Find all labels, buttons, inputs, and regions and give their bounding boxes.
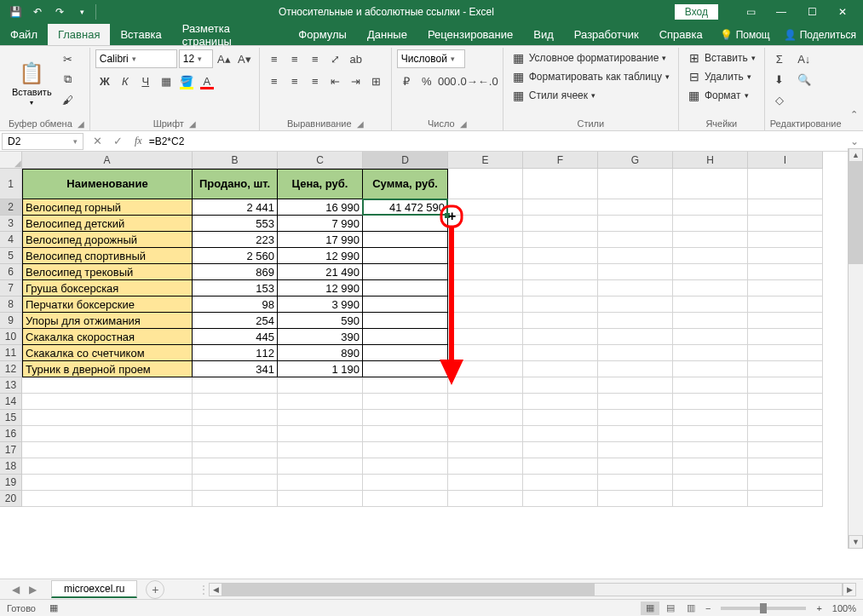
row-header-9[interactable]: 9 (0, 313, 22, 329)
cell[interactable] (523, 169, 598, 199)
cell[interactable] (22, 491, 193, 507)
cell[interactable] (363, 410, 448, 426)
col-header-G[interactable]: G (598, 152, 673, 169)
cell[interactable]: Упоры для отжимания (22, 313, 193, 329)
cell[interactable] (448, 248, 523, 264)
cell[interactable]: Цена, руб. (278, 169, 363, 199)
cell[interactable]: 2 560 (193, 248, 278, 264)
border-icon[interactable]: ▦ (157, 72, 175, 90)
cell[interactable] (598, 280, 673, 296)
cell[interactable] (22, 458, 193, 475)
grid-body[interactable]: НаименованиеПродано, шт.Цена, руб.Сумма,… (22, 169, 823, 507)
cell[interactable] (673, 264, 748, 280)
number-launcher-icon[interactable]: ◢ (460, 119, 467, 129)
col-header-D[interactable]: D (363, 152, 448, 169)
cell[interactable] (523, 296, 598, 313)
cell[interactable] (748, 491, 823, 507)
align-left-icon[interactable]: ≡ (265, 72, 284, 90)
cell[interactable]: Перчатки боксерские (22, 296, 193, 313)
cell[interactable] (598, 329, 673, 345)
cell[interactable] (193, 491, 278, 507)
cell[interactable] (363, 426, 448, 442)
cell[interactable] (673, 361, 748, 377)
cell[interactable] (22, 410, 193, 426)
maximize-icon[interactable]: ☐ (797, 0, 827, 24)
cut-icon[interactable]: ✂ (59, 49, 78, 68)
cell[interactable] (193, 475, 278, 491)
qat-customize-icon[interactable]: ▾ (72, 3, 92, 21)
cell[interactable] (748, 199, 823, 216)
insert-cells-button[interactable]: ⊞Вставить▾ (684, 49, 759, 66)
cell[interactable]: 12 990 (278, 280, 363, 296)
row-header-10[interactable]: 10 (0, 329, 22, 345)
cell[interactable] (278, 491, 363, 507)
row-header-1[interactable]: 1 (0, 169, 22, 199)
format-as-table-button[interactable]: ▦Форматировать как таблицу▾ (509, 68, 673, 85)
minimize-icon[interactable]: — (766, 0, 797, 24)
cell[interactable] (193, 394, 278, 410)
cell[interactable]: Продано, шт. (193, 169, 278, 199)
cell[interactable] (448, 313, 523, 329)
cell[interactable] (278, 426, 363, 442)
worksheet[interactable]: ◢ ABCDEFGHI 1234567891011121314151617181… (0, 152, 863, 552)
cell[interactable] (448, 296, 523, 313)
cell[interactable]: Велосипед дорожный (22, 232, 193, 248)
cell[interactable] (673, 216, 748, 232)
increase-font-icon[interactable]: A▴ (215, 49, 233, 68)
row-header-2[interactable]: 2 (0, 199, 22, 216)
save-icon[interactable]: 💾 (5, 3, 26, 21)
cell[interactable]: 3 990 (278, 296, 363, 313)
cell[interactable] (448, 345, 523, 361)
tab-home[interactable]: Главная (48, 24, 110, 45)
cell[interactable] (278, 377, 363, 394)
cell[interactable] (363, 361, 448, 377)
cell[interactable] (448, 216, 523, 232)
cell[interactable] (748, 394, 823, 410)
cell[interactable] (598, 377, 673, 394)
macro-record-icon[interactable]: ▦ (49, 602, 58, 613)
sheet-next-icon[interactable]: ▶ (26, 584, 39, 596)
cell[interactable] (598, 491, 673, 507)
pagelayout-view-icon[interactable]: ▤ (661, 602, 680, 615)
cell[interactable]: 153 (193, 280, 278, 296)
sort-filter-icon[interactable]: A↓ (792, 49, 816, 68)
row-header-5[interactable]: 5 (0, 248, 22, 264)
horizontal-scroll-thumb[interactable] (223, 584, 594, 596)
cell[interactable] (523, 199, 598, 216)
cell[interactable]: 12 990 (278, 248, 363, 264)
fill-color-icon[interactable]: 🪣 (177, 72, 196, 90)
pagebreak-view-icon[interactable]: ▥ (682, 602, 700, 615)
currency-icon[interactable]: ₽ (397, 72, 416, 90)
cell[interactable]: 98 (193, 296, 278, 313)
cell[interactable] (748, 216, 823, 232)
cell[interactable] (363, 329, 448, 345)
cell[interactable]: 223 (193, 232, 278, 248)
formula-input[interactable] (146, 134, 846, 149)
cell[interactable] (363, 313, 448, 329)
align-launcher-icon[interactable]: ◢ (357, 119, 364, 129)
cell[interactable] (523, 329, 598, 345)
cell[interactable] (673, 442, 748, 458)
cell[interactable] (278, 394, 363, 410)
decrease-font-icon[interactable]: A▾ (235, 49, 254, 68)
expand-formula-bar-icon[interactable]: ⌄ (846, 135, 863, 147)
close-icon[interactable]: ✕ (827, 0, 858, 24)
align-bottom-icon[interactable]: ≡ (306, 49, 325, 68)
cell[interactable] (598, 199, 673, 216)
scroll-right-icon[interactable]: ▶ (843, 583, 856, 596)
cell[interactable] (448, 377, 523, 394)
row-header-3[interactable]: 3 (0, 216, 22, 232)
sheet-tab[interactable]: microexcel.ru (51, 580, 137, 598)
cell[interactable] (448, 394, 523, 410)
add-sheet-button[interactable]: + (146, 580, 164, 599)
cell[interactable] (598, 458, 673, 475)
cell[interactable] (598, 216, 673, 232)
cell[interactable] (748, 345, 823, 361)
cell[interactable] (523, 394, 598, 410)
cell[interactable]: 254 (193, 313, 278, 329)
find-select-icon[interactable]: 🔍 (792, 70, 816, 89)
collapse-ribbon-icon[interactable]: ⌃ (850, 109, 858, 120)
cell[interactable] (673, 232, 748, 248)
cell[interactable] (673, 426, 748, 442)
cell[interactable] (448, 264, 523, 280)
